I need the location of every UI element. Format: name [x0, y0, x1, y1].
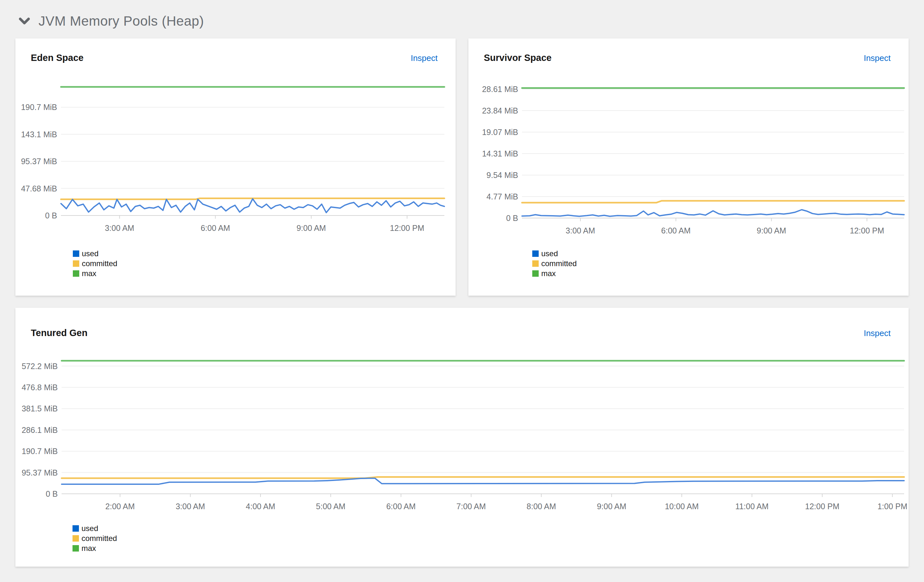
series-committed: [522, 201, 904, 203]
y-axis-label: 0 B: [467, 213, 518, 223]
x-axis-label: 12:00 PM: [377, 223, 437, 233]
y-axis-label: 190.7 MiB: [6, 102, 57, 112]
legend-swatch-icon: [73, 525, 79, 532]
legend-item-committed: committed: [73, 258, 117, 268]
panel-survivor-space: Survivor Space Inspect 28.61 MiB23.84 Mi…: [469, 38, 909, 296]
x-axis-label: 3:00 AM: [550, 226, 611, 235]
legend-label: max: [81, 544, 96, 552]
y-axis-label: 0 B: [7, 489, 58, 499]
y-axis-label: 47.68 MiB: [6, 184, 57, 193]
chevron-down-icon[interactable]: [18, 15, 31, 28]
series-committed: [62, 477, 904, 478]
legend-item-used: used: [73, 248, 117, 258]
x-axis-label: 5:00 AM: [300, 501, 361, 511]
x-axis-label: 8:00 AM: [511, 501, 572, 511]
legend-item-max: max: [532, 268, 577, 278]
legend-item-committed: committed: [532, 258, 577, 268]
chart-eden-space: 190.7 MiB143.1 MiB95.37 MiB47.68 MiB0 B3…: [15, 38, 455, 296]
legend-label: used: [81, 524, 98, 532]
chart-survivor-space: 28.61 MiB23.84 MiB19.07 MiB14.31 MiB9.54…: [469, 38, 909, 296]
x-axis-label: 1:00 PM: [862, 501, 923, 511]
section-header: JVM Memory Pools (Heap): [18, 13, 204, 29]
y-axis-label: 9.54 MiB: [467, 170, 518, 180]
y-axis-label: 0 B: [6, 210, 57, 220]
legend-swatch-icon: [73, 260, 79, 267]
series-used: [522, 210, 904, 216]
x-axis-label: 6:00 AM: [185, 223, 246, 233]
legend-label: used: [541, 250, 558, 258]
legend-item-max: max: [73, 268, 117, 278]
y-axis-label: 4.77 MiB: [467, 192, 518, 201]
y-axis-label: 190.7 MiB: [7, 446, 58, 456]
legend-swatch-icon: [532, 250, 539, 257]
y-axis-label: 19.07 MiB: [467, 127, 518, 137]
y-axis-label: 23.84 MiB: [467, 106, 518, 115]
y-axis-label: 143.1 MiB: [6, 130, 57, 139]
legend-swatch-icon: [73, 270, 79, 277]
x-axis-label: 9:00 AM: [281, 223, 342, 233]
x-axis-label: 9:00 AM: [741, 226, 802, 235]
x-axis-label: 9:00 AM: [581, 501, 642, 511]
legend-label: used: [82, 250, 99, 258]
x-axis-label: 11:00 AM: [721, 501, 782, 511]
y-axis-label: 28.61 MiB: [467, 84, 518, 94]
chart-legend: usedcommittedmax: [73, 523, 117, 553]
y-axis-label: 572.2 MiB: [7, 362, 58, 371]
x-axis-label: 3:00 AM: [89, 223, 150, 233]
chart-canvas: [61, 80, 444, 219]
x-axis-label: 10:00 AM: [651, 501, 712, 511]
legend-label: max: [82, 270, 96, 277]
chart-legend: usedcommittedmax: [532, 248, 577, 278]
y-axis-label: 14.31 MiB: [467, 149, 518, 158]
x-axis-label: 4:00 AM: [230, 501, 291, 511]
legend-label: committed: [541, 260, 577, 268]
legend-swatch-icon: [532, 270, 539, 277]
y-axis-label: 476.8 MiB: [7, 383, 58, 392]
x-axis-label: 2:00 AM: [89, 501, 150, 511]
dashboard-page: JVM Memory Pools (Heap) Eden Space Inspe…: [0, 0, 924, 582]
x-axis-label: 12:00 PM: [837, 226, 898, 235]
legend-item-committed: committed: [73, 533, 117, 543]
legend-swatch-icon: [73, 545, 79, 552]
x-axis-label: 6:00 AM: [371, 501, 432, 511]
legend-item-used: used: [532, 248, 577, 258]
legend-label: max: [541, 270, 556, 277]
y-axis-label: 286.1 MiB: [7, 425, 58, 435]
chart-tenured-gen: 572.2 MiB476.8 MiB381.5 MiB286.1 MiB190.…: [15, 308, 909, 567]
section-title: JVM Memory Pools (Heap): [38, 13, 204, 29]
series-used: [62, 478, 904, 485]
chart-legend: usedcommittedmax: [73, 248, 117, 278]
chart-canvas: [62, 356, 904, 498]
x-axis-label: 6:00 AM: [645, 226, 706, 235]
legend-swatch-icon: [73, 535, 79, 542]
y-axis-label: 95.37 MiB: [7, 468, 58, 477]
x-axis-label: 12:00 PM: [792, 501, 853, 511]
legend-swatch-icon: [532, 260, 539, 267]
legend-swatch-icon: [73, 250, 79, 257]
x-axis-label: 7:00 AM: [441, 501, 502, 511]
y-axis-label: 381.5 MiB: [7, 404, 58, 413]
x-axis-label: 3:00 AM: [160, 501, 221, 511]
panel-eden-space: Eden Space Inspect 190.7 MiB143.1 MiB95.…: [15, 38, 455, 296]
legend-label: committed: [82, 260, 117, 268]
chart-canvas: [522, 80, 904, 222]
legend-item-max: max: [73, 543, 117, 553]
y-axis-label: 95.37 MiB: [6, 156, 57, 166]
legend-label: committed: [81, 534, 117, 542]
panel-tenured-gen: Tenured Gen Inspect 572.2 MiB476.8 MiB38…: [15, 308, 909, 567]
legend-item-used: used: [73, 523, 117, 533]
series-used: [61, 199, 444, 213]
